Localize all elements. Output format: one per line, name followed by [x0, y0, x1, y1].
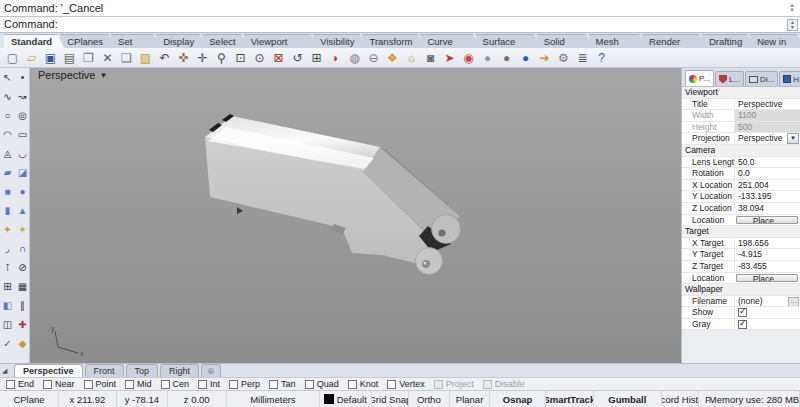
checkbox[interactable]	[387, 380, 396, 389]
copy-to-clipboard-icon[interactable]: ❐	[79, 49, 98, 67]
render-settings-sphere-icon[interactable]: ●	[497, 49, 516, 67]
osnap-checkbox[interactable]: Disable	[483, 379, 525, 389]
extrude-icon[interactable]: ✦	[0, 220, 15, 239]
osnap-checkbox[interactable]: Project	[434, 379, 474, 389]
paste-icon[interactable]: ▨	[136, 49, 155, 67]
checkbox[interactable]	[229, 380, 238, 389]
undo-icon[interactable]: ↶	[155, 49, 174, 67]
split-icon[interactable]: ⊘	[15, 258, 30, 277]
osnap-checkbox[interactable]: Cen	[161, 379, 190, 389]
checkbox[interactable]	[161, 380, 170, 389]
pane-splitter-icon[interactable]: ◢	[2, 367, 7, 375]
pin-icon[interactable]: ✚	[15, 315, 30, 334]
cone-solid-icon[interactable]: ▲	[15, 201, 30, 220]
tab-help[interactable]: H...	[779, 71, 800, 86]
edit-layers-icon[interactable]: ❖	[383, 49, 402, 67]
perspective-viewport[interactable]: Perspective ▼	[30, 68, 681, 363]
select-icon[interactable]: ↖	[0, 68, 15, 87]
toolbar-tab[interactable]: Curve Tools	[420, 34, 479, 48]
render-blue-sphere-icon[interactable]: ●	[516, 49, 535, 67]
trim-icon[interactable]: ⊺	[0, 258, 15, 277]
checkbox[interactable]	[43, 380, 52, 389]
toolbar-tab[interactable]: Surface Tools	[476, 34, 541, 48]
cplane-indicator[interactable]: CPlane	[0, 391, 59, 407]
toolbar-tab[interactable]: CPlanes	[60, 34, 115, 48]
osnap-checkbox[interactable]: Mid	[125, 379, 152, 389]
checkbox[interactable]	[434, 380, 443, 389]
viewport-tab[interactable]: Right	[160, 364, 199, 377]
toolbar-tab[interactable]: Display	[156, 34, 206, 48]
gem-icon[interactable]: ◆	[15, 334, 30, 353]
zoom-selected-icon[interactable]: ⊙	[250, 49, 269, 67]
rotate-view-icon[interactable]: ↺	[288, 49, 307, 67]
y-coordinate[interactable]: y -78.14	[117, 391, 168, 407]
osnap-checkbox[interactable]: Vertex	[387, 379, 425, 389]
fillet-icon[interactable]: ◞	[0, 239, 15, 258]
osnap-checkbox[interactable]: End	[6, 379, 34, 389]
osnap-checkbox[interactable]: Quad	[305, 379, 339, 389]
command-history-scroll-icons[interactable]: ▲▼	[787, 0, 797, 16]
osnap-checkbox[interactable]: Int	[198, 379, 220, 389]
smarttrack-toggle[interactable]: SmartTrack	[546, 391, 594, 407]
tab-properties[interactable]: P...	[685, 70, 714, 86]
filter-toggle[interactable]: Filter	[699, 391, 709, 407]
planar-toggle[interactable]: Planar	[450, 391, 491, 407]
checkbox[interactable]	[738, 320, 747, 329]
zoom-extents-icon[interactable]: ⊠	[269, 49, 288, 67]
box-solid-icon[interactable]: ■	[0, 182, 15, 201]
checkbox[interactable]	[738, 308, 747, 317]
analyze-tool-icon[interactable]: ≣	[573, 49, 592, 67]
delete-icon[interactable]: ✕	[98, 49, 117, 67]
array-icon[interactable]: ∥	[15, 296, 30, 315]
pan-view-icon[interactable]: ✜	[174, 49, 193, 67]
lock-objects-icon[interactable]: ◙	[421, 49, 440, 67]
check-icon[interactable]: ✓	[0, 334, 15, 353]
record-history-toggle[interactable]: Record History	[662, 391, 699, 407]
checkbox[interactable]	[348, 380, 357, 389]
viewport-title-dropdown-icon[interactable]: ▼	[99, 71, 107, 80]
circle-icon[interactable]: ○	[0, 106, 15, 125]
checkbox[interactable]	[198, 380, 207, 389]
render-icon[interactable]: ➤	[440, 49, 459, 67]
grid-snap-toggle[interactable]: Grid Snap	[372, 391, 409, 407]
sphere-solid-icon[interactable]: ●	[15, 182, 30, 201]
group-icon[interactable]: ⊞	[0, 277, 15, 296]
memory-use[interactable]: Memory use: 280 MB	[709, 391, 800, 407]
command-input-row[interactable]: Command: ▲▼	[0, 17, 800, 33]
osnap-checkbox[interactable]: Near	[43, 379, 75, 389]
hatch-icon[interactable]: ▦	[15, 277, 30, 296]
toolbar-tab[interactable]: Mesh Tools	[589, 34, 647, 48]
shaded-viewport-icon[interactable]: ◗	[326, 49, 345, 67]
toolbar-tab[interactable]: New in V5	[750, 34, 800, 48]
viewport-tab[interactable]: Top	[126, 364, 159, 377]
point-icon[interactable]: •	[15, 68, 30, 87]
options-gear-icon[interactable]: ⚙	[554, 49, 573, 67]
rectangle-icon[interactable]: ▭	[15, 125, 30, 144]
ortho-toggle[interactable]: Ortho	[409, 391, 450, 407]
open-file-icon[interactable]: ▱	[22, 49, 41, 67]
move-icon[interactable]: ✛	[193, 49, 212, 67]
surface-edit-icon[interactable]: ◧	[0, 296, 15, 315]
osnap-checkbox[interactable]: Perp	[229, 379, 260, 389]
command-spinner-icon[interactable]: ▲▼	[787, 19, 798, 31]
zoom-dynamic-icon[interactable]: ⚲	[212, 49, 231, 67]
hide-objects-icon[interactable]: ⊖	[364, 49, 383, 67]
active-layer[interactable]: Default	[320, 391, 372, 407]
blend-icon[interactable]: ∩	[15, 239, 30, 258]
toolbar-tab[interactable]: Set View	[111, 34, 160, 48]
toolbar-tab[interactable]: Transform	[362, 34, 424, 48]
surface-icon[interactable]: ▰	[0, 163, 15, 182]
tab-display[interactable]: Di...	[745, 71, 778, 86]
viewport-title[interactable]: Perspective ▼	[38, 69, 107, 81]
wireframe-viewport-icon[interactable]: ◍	[345, 49, 364, 67]
cylinder-solid-icon[interactable]: ▮	[0, 201, 15, 220]
freeform-curve-icon[interactable]: ◡	[15, 144, 30, 163]
checkbox[interactable]	[269, 380, 278, 389]
checkbox[interactable]	[6, 380, 15, 389]
z-coordinate[interactable]: z 0.00	[168, 391, 227, 407]
loft-surface-icon[interactable]: ◪	[15, 163, 30, 182]
help-icon[interactable]: ?	[592, 49, 611, 67]
x-coordinate[interactable]: x 211.92	[59, 391, 117, 407]
selection-filter-icon[interactable]: ➔	[535, 49, 554, 67]
lights-icon[interactable]: ☼	[402, 49, 421, 67]
